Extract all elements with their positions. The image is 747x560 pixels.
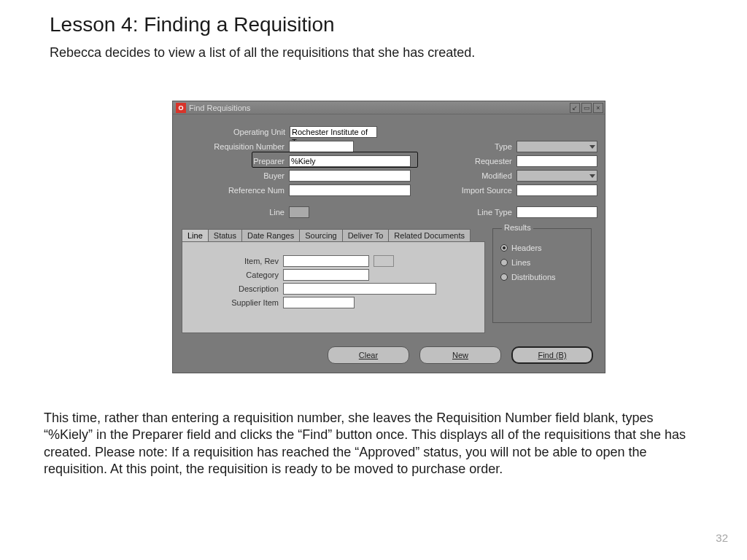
minimize-icon[interactable]: ↙	[570, 103, 580, 113]
modified-label: Modified	[451, 171, 516, 180]
tab-status[interactable]: Status	[208, 229, 242, 241]
operating-unit-label: Operating Unit	[180, 128, 290, 136]
category-field[interactable]	[283, 269, 369, 281]
description-field[interactable]	[283, 283, 436, 295]
lesson-intro: Rebecca decides to view a list of all th…	[50, 45, 747, 61]
results-group: Results Headers Lines Distributions	[492, 228, 592, 323]
import-source-field[interactable]	[516, 184, 597, 196]
item-rev-lookup[interactable]	[374, 255, 394, 267]
lesson-title: Lesson 4: Finding a Requisition	[50, 13, 747, 36]
operating-unit-field[interactable]: Rochester Institute of Te	[290, 126, 377, 138]
tab-deliver-to[interactable]: Deliver To	[342, 229, 390, 241]
reference-num-label: Reference Num	[180, 186, 289, 195]
maximize-icon[interactable]: ▭	[581, 103, 592, 113]
results-option-headers[interactable]: Headers	[500, 244, 584, 252]
find-button[interactable]: Find (B)	[511, 346, 593, 364]
page-number: 32	[716, 532, 728, 544]
line-field[interactable]	[289, 206, 309, 218]
results-option-distributions[interactable]: Distributions	[500, 273, 584, 281]
window-titlebar[interactable]: O Find Requisitions ↙ ▭ ×	[173, 101, 605, 114]
line-type-label: Line Type	[451, 208, 516, 217]
find-requisitions-window: O Find Requisitions ↙ ▭ × Operating Unit…	[172, 101, 605, 373]
results-title: Results	[502, 223, 533, 232]
results-distributions-label: Distributions	[511, 273, 556, 281]
tab-line[interactable]: Line	[182, 229, 209, 241]
chevron-down-icon	[589, 174, 595, 178]
results-lines-label: Lines	[511, 258, 530, 267]
tab-sourcing[interactable]: Sourcing	[299, 229, 342, 241]
requisition-number-field[interactable]	[289, 141, 354, 152]
oracle-icon: O	[176, 103, 186, 113]
close-icon[interactable]: ×	[593, 103, 603, 113]
item-rev-field[interactable]	[283, 255, 369, 267]
lesson-body: This time, rather than entering a requis…	[44, 410, 703, 478]
radio-icon	[500, 259, 508, 266]
supplier-item-field[interactable]	[283, 297, 355, 308]
tab-date-ranges[interactable]: Date Ranges	[241, 229, 300, 241]
window-title: Find Requisitions	[189, 104, 250, 112]
results-headers-label: Headers	[511, 244, 542, 252]
chevron-down-icon	[589, 145, 595, 149]
buyer-field[interactable]	[289, 170, 411, 182]
line-type-field[interactable]	[516, 206, 597, 218]
description-label: Description	[188, 284, 283, 293]
type-dropdown[interactable]	[516, 141, 597, 152]
preparer-label: Preparer	[180, 157, 289, 166]
import-source-label: Import Source	[451, 186, 516, 195]
reference-num-field[interactable]	[289, 184, 411, 196]
category-label: Category	[188, 271, 283, 279]
tab-related-documents[interactable]: Related Documents	[388, 229, 471, 241]
requisition-number-label: Requisition Number	[180, 142, 289, 151]
new-button[interactable]: New	[419, 346, 501, 364]
requester-field[interactable]	[516, 155, 597, 167]
radio-icon	[500, 244, 508, 252]
radio-icon	[500, 273, 508, 281]
modified-dropdown[interactable]	[516, 170, 597, 182]
tab-panel-line: Item, Rev Category Description Supplier …	[182, 241, 485, 333]
results-option-lines[interactable]: Lines	[500, 258, 584, 267]
item-rev-label: Item, Rev	[188, 257, 283, 265]
supplier-item-label: Supplier Item	[188, 298, 283, 307]
line-label: Line	[180, 208, 289, 217]
type-label: Type	[451, 142, 516, 151]
requester-label: Requester	[451, 157, 516, 166]
preparer-field[interactable]: %Kiely	[289, 155, 411, 167]
clear-button[interactable]: Clear	[328, 346, 409, 364]
buyer-label: Buyer	[180, 171, 289, 180]
